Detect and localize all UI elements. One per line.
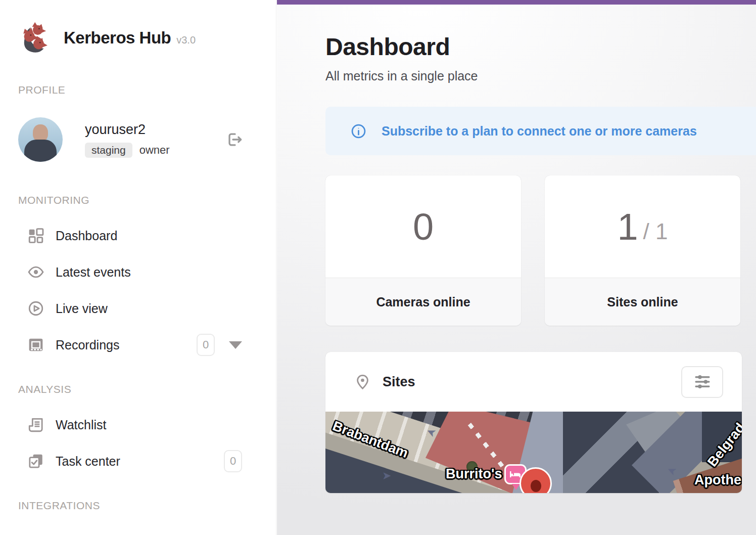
sites-online-card: 1 / 1 Sites online — [545, 175, 740, 326]
sites-card-header: Sites — [325, 352, 742, 412]
newspaper-icon — [27, 416, 44, 433]
task-center-count-badge: 0 — [224, 450, 242, 472]
profile-section-label: PROFILE — [18, 84, 276, 96]
map-poi-label: Apothe — [694, 472, 741, 488]
task-check-icon — [27, 453, 44, 470]
sidebar-item-label: Latest events — [56, 265, 131, 280]
environment-badge: staging — [85, 143, 132, 158]
profile-card: youruser2 staging owner — [18, 117, 244, 162]
page-title: Dashboard — [325, 33, 756, 61]
info-icon — [351, 123, 366, 139]
cameras-online-label: Cameras online — [325, 278, 521, 326]
metric-cards: 0 Cameras online 1 / 1 Sites online — [325, 175, 756, 326]
accent-bar — [277, 0, 756, 5]
cerberus-logo — [17, 21, 55, 55]
sliders-icon — [692, 372, 713, 392]
brand: Kerberos Hub v3.0 — [17, 21, 276, 55]
avatar — [18, 117, 63, 162]
play-circle-icon — [27, 300, 44, 317]
eye-icon — [27, 263, 44, 281]
map-poi-label: Burrito's — [446, 466, 502, 482]
sites-map[interactable]: ➤ ➤ ➤ Brabantdam Burrito's Belgrad Apoth… — [325, 412, 742, 493]
dashboard-grid-icon — [27, 227, 44, 244]
sites-filter-button[interactable] — [681, 366, 723, 398]
sites-online-label: Sites online — [545, 278, 740, 326]
cameras-online-card: 0 Cameras online — [325, 175, 521, 326]
metric-number: 0 — [413, 205, 434, 248]
map-pin-icon — [354, 374, 371, 390]
sidebar-item-latest-events[interactable]: Latest events — [27, 262, 242, 282]
sidebar-item-watchlist[interactable]: Watchlist — [27, 415, 242, 435]
analysis-nav: Watchlist Task center 0 — [0, 415, 276, 471]
cameras-online-value: 0 — [325, 175, 521, 278]
metric-total: / 1 — [643, 209, 668, 244]
logout-icon[interactable] — [224, 130, 244, 149]
username: youruser2 — [85, 122, 170, 138]
profile-info: youruser2 staging owner — [85, 122, 170, 158]
sites-card: Sites — [325, 352, 742, 493]
sidebar: Kerberos Hub v3.0 PROFILE youruser2 stag… — [0, 0, 276, 535]
sidebar-item-label: Task center — [56, 454, 120, 469]
sidebar-item-label: Dashboard — [56, 229, 117, 243]
sidebar-item-recordings[interactable]: Recordings 0 — [27, 335, 242, 355]
app-version: v3.0 — [176, 30, 196, 46]
sidebar-item-label: Recordings — [56, 338, 119, 352]
chevron-down-icon[interactable] — [229, 341, 242, 349]
film-icon — [27, 336, 44, 353]
analysis-section-label: ANALYSIS — [18, 383, 276, 395]
subscribe-link[interactable]: Subscribe to a plan to connect one or mo… — [382, 124, 697, 139]
sites-online-value: 1 / 1 — [545, 175, 740, 278]
map-arrow-icon: ➤ — [382, 469, 391, 482]
metric-number: 1 — [617, 205, 638, 248]
recordings-count-badge: 0 — [197, 334, 215, 356]
sidebar-item-dashboard[interactable]: Dashboard — [27, 226, 242, 246]
sidebar-item-task-center[interactable]: Task center 0 — [27, 451, 242, 471]
monitoring-section-label: MONITORING — [18, 194, 276, 206]
sites-title: Sites — [383, 374, 415, 390]
sidebar-item-label: Watchlist — [56, 418, 106, 432]
subscribe-banner: Subscribe to a plan to connect one or mo… — [325, 107, 756, 155]
sidebar-item-live-view[interactable]: Live view — [27, 298, 242, 319]
role-badge: owner — [139, 144, 170, 157]
integrations-section-label: INTEGRATIONS — [18, 500, 276, 512]
sidebar-item-label: Live view — [56, 301, 108, 316]
monitoring-nav: Dashboard Latest events Live view — [0, 226, 276, 355]
page-subtitle: All metrics in a single place — [325, 69, 756, 83]
main-content: Dashboard All metrics in a single place … — [277, 0, 756, 535]
app-title: Kerberos Hub — [64, 28, 171, 48]
